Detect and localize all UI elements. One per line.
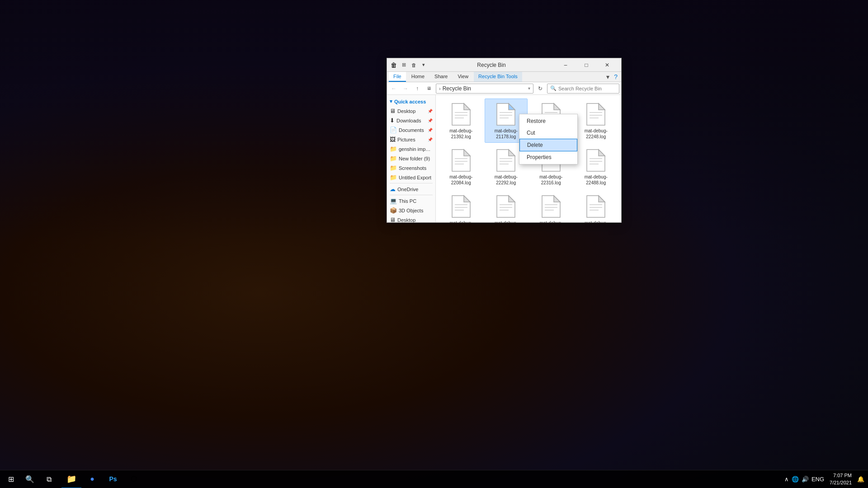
help-btn[interactable]: ?: [612, 72, 619, 82]
file-name: mat-debug-22488.log: [579, 174, 613, 186]
file-item[interactable]: mat-debug-22804.log: [575, 191, 618, 222]
file-icon: [585, 148, 607, 173]
this-pc-icon: 💻: [390, 197, 397, 204]
sidebar-item-genshin[interactable]: 📁 genshin impact r...: [387, 144, 435, 154]
sidebar-item-desktop[interactable]: 🖥 Desktop 📌: [387, 106, 435, 116]
ctx-properties[interactable]: Properties: [519, 151, 577, 163]
forward-button[interactable]: →: [401, 84, 410, 94]
taskbar-apps: 📁 ● Ps ⬡: [60, 470, 146, 488]
window-controls: – □ ✕: [555, 58, 618, 72]
sidebar-item-pictures[interactable]: 🖼 Pictures 📌: [387, 135, 435, 144]
pictures-icon: 🖼: [390, 136, 396, 143]
sidebar-item-untitled-export[interactable]: 📁 Untitled Export: [387, 173, 435, 182]
file-name: mat-debug-21178.log: [489, 128, 523, 140]
svg-marker-6: [509, 103, 515, 110]
search-button[interactable]: 🔍: [21, 470, 39, 488]
tab-recycle-bin-tools[interactable]: Recycle Bin Tools: [474, 72, 522, 82]
file-name: mat-debug-22292.log: [489, 174, 523, 186]
network-icon[interactable]: 🌐: [792, 476, 799, 483]
svg-marker-56: [599, 196, 605, 202]
ctx-cut[interactable]: Cut: [519, 127, 577, 139]
sidebar-item-onedrive[interactable]: ☁ OneDrive: [387, 184, 435, 194]
svg-marker-36: [599, 150, 605, 156]
task-view-button[interactable]: ⧉: [40, 470, 58, 488]
file-name: mat-debug-22524.log: [444, 220, 478, 222]
file-name: mat-debug-22804.log: [579, 220, 613, 222]
file-name: mat-debug-22084.log: [444, 174, 478, 186]
tab-share[interactable]: Share: [430, 72, 452, 82]
taskbar-app4[interactable]: ⬡: [124, 470, 144, 488]
pin-icon-4: 📌: [428, 137, 433, 142]
file-item[interactable]: mat-debug-21392.log: [439, 99, 483, 143]
recycle-bin-icon: 🗑: [391, 61, 397, 69]
taskbar: ⊞ 🔍 ⧉ 📁 ● Ps ⬡ ∧ 🌐 🔊 ENG 7:07 PM 7/21/20…: [0, 470, 868, 488]
svg-marker-1: [464, 103, 470, 110]
sidebar-item-desktop-pc[interactable]: 🖥 Desktop: [387, 215, 435, 222]
search-box[interactable]: 🔍: [547, 84, 619, 94]
minimize-button[interactable]: –: [555, 58, 576, 72]
notification-bell-icon[interactable]: 🔔: [857, 476, 864, 483]
sidebar-item-this-pc[interactable]: 💻 This PC: [387, 196, 435, 206]
ctx-restore[interactable]: Restore: [519, 115, 577, 127]
tab-home[interactable]: Home: [407, 72, 429, 82]
svg-marker-16: [599, 103, 605, 110]
divider-1: [390, 183, 433, 183]
file-item[interactable]: mat-debug-22524.log: [439, 191, 483, 222]
sidebar-item-documents[interactable]: 📄 Documents 📌: [387, 125, 435, 135]
file-item[interactable]: mat-debug-22596.log: [529, 191, 573, 222]
tab-file[interactable]: File: [389, 72, 406, 82]
svg-marker-51: [554, 196, 560, 202]
maximize-button[interactable]: □: [576, 58, 597, 72]
file-icon: [450, 102, 472, 127]
sidebar-item-downloads[interactable]: ⬇ Downloads 📌: [387, 116, 435, 125]
up-button[interactable]: ↑: [412, 84, 422, 94]
folder-icon-3: 📁: [390, 164, 397, 171]
taskbar-date: 7/21/2021: [830, 479, 852, 486]
search-input[interactable]: [558, 86, 616, 91]
ribbon: File Home Share View Recycle Bin Tools ▾…: [387, 72, 621, 82]
file-name: mat-debug-21392.log: [444, 128, 478, 140]
sidebar: ▾ Quick access 🖥 Desktop 📌 ⬇ Downloads 📌…: [387, 95, 436, 222]
quick-access-dropdown[interactable]: ▾: [420, 61, 428, 69]
close-button[interactable]: ✕: [597, 58, 618, 72]
folder-icon-2: 📁: [390, 155, 397, 162]
language-label[interactable]: ENG: [811, 476, 824, 483]
file-icon: [495, 102, 517, 127]
sidebar-item-newfolder[interactable]: 📁 New folder (9): [387, 154, 435, 163]
file-icon: [540, 194, 562, 219]
file-icon: [450, 194, 472, 219]
pin-icon-3: 📌: [428, 128, 433, 132]
chevron-up-icon[interactable]: ∧: [784, 476, 789, 483]
address-bar: ← → ↑ 🖥 › Recycle Bin ▾ ↻ 🔍: [387, 82, 621, 95]
file-icon: [585, 102, 607, 127]
quick-access-chevron: ▾: [390, 99, 392, 104]
quick-access-header[interactable]: ▾ Quick access: [387, 97, 435, 106]
file-name: mat-debug-22596.log: [534, 220, 568, 222]
sidebar-item-3d-objects[interactable]: 📦 3D Objects: [387, 206, 435, 215]
properties-quick-btn[interactable]: ⊞: [400, 61, 408, 69]
file-item[interactable]: mat-debug-22084.log: [439, 145, 483, 189]
tab-view[interactable]: View: [453, 72, 473, 82]
taskbar-file-explorer[interactable]: 📁: [61, 470, 81, 488]
explorer-main: ▾ Quick access 🖥 Desktop 📌 ⬇ Downloads 📌…: [387, 95, 621, 222]
taskbar-clock[interactable]: 7:07 PM 7/21/2021: [827, 472, 854, 486]
ribbon-expand-btn[interactable]: ▾: [604, 72, 611, 82]
file-explorer-window: 🗑 ⊞ 🗑 ▾ Recycle Bin – □ ✕ File Home Shar…: [387, 58, 622, 223]
empty-recycle-quick-btn[interactable]: 🗑: [410, 61, 418, 69]
back-button[interactable]: ←: [389, 84, 399, 94]
file-item[interactable]: mat-debug-22248.log: [575, 99, 618, 143]
ctx-delete[interactable]: Delete: [519, 139, 577, 151]
recent-locations-btn[interactable]: 🖥: [424, 84, 434, 94]
taskbar-photoshop[interactable]: Ps: [103, 470, 123, 488]
volume-icon[interactable]: 🔊: [802, 476, 809, 483]
svg-marker-46: [509, 196, 515, 202]
file-item[interactable]: mat-debug-22488.log: [575, 145, 618, 189]
file-item[interactable]: mat-debug-22544.log: [485, 191, 528, 222]
file-icon: [450, 148, 472, 173]
refresh-button[interactable]: ↻: [535, 84, 545, 94]
desktop-pc-icon: 🖥: [390, 216, 396, 222]
start-button[interactable]: ⊞: [2, 470, 20, 488]
address-path[interactable]: › Recycle Bin ▾: [436, 84, 533, 94]
sidebar-item-screenshots[interactable]: 📁 Screenshots: [387, 163, 435, 173]
taskbar-chrome[interactable]: ●: [82, 470, 102, 488]
